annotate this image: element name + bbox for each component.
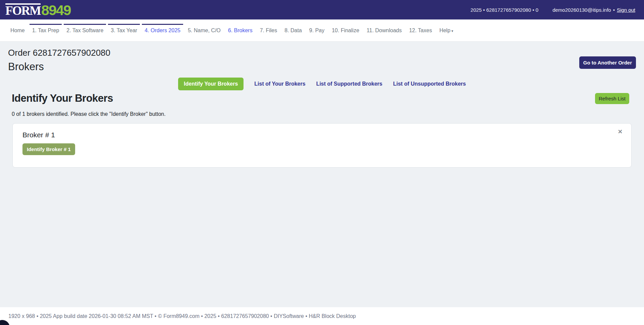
nav-item-orders[interactable]: 4. Orders 2025 <box>142 27 183 34</box>
logo-form-text: FORM <box>5 3 41 16</box>
logo-8949-text: 8949 <box>41 4 71 16</box>
top-header-bar: FORM 8949 2025 • 6281727657902080 • 0 de… <box>0 0 644 19</box>
session-info: 2025 • 6281727657902080 • 0 <box>471 7 538 13</box>
sign-out-link[interactable]: Sign out <box>617 7 635 13</box>
broker-card: Broker # 1 Identify Broker # 1 ✕ <box>12 123 632 168</box>
broker-tabs: Identify Your Brokers List of Your Broke… <box>0 78 644 90</box>
chevron-down-icon: ▾ <box>451 29 453 33</box>
nav-item-name-co[interactable]: 5. Name, C/O <box>185 27 223 34</box>
footer-build-info: 644 x 325 • 2025 App build date 2026-01… <box>8 313 356 319</box>
page-title: Brokers <box>8 61 636 73</box>
tab-list-of-unsupported-brokers[interactable]: List of Unsupported Brokers <box>393 81 466 87</box>
user-block: demo20260130@itips.info • Sign out <box>552 7 635 13</box>
order-title: Order 6281727657902080 <box>8 48 636 58</box>
nav-item-home[interactable]: Home <box>8 27 28 34</box>
go-to-another-order-button[interactable]: Go to Another Order <box>579 56 636 69</box>
nav-item-taxes[interactable]: 12. Taxes <box>407 27 435 34</box>
user-separator: • <box>613 7 615 13</box>
nav-item-tax-year[interactable]: 3. Tax Year <box>108 27 140 34</box>
footer: 644 x 325 • 2025 App build date 2026-01… <box>0 307 644 325</box>
close-icon[interactable]: ✕ <box>618 129 623 135</box>
identify-brokers-section: Identify Your Brokers Refresh List 0 of … <box>0 90 644 168</box>
help-label: Help <box>439 28 450 33</box>
section-title: Identify Your Brokers <box>12 92 113 104</box>
nav-item-pay[interactable]: 9. Pay <box>307 27 327 34</box>
nav-item-finalize[interactable]: 10. Finalize <box>329 27 362 34</box>
section-head: Identify Your Brokers Refresh List <box>12 92 632 104</box>
tab-list-of-supported-brokers[interactable]: List of Supported Brokers <box>316 81 382 87</box>
refresh-list-button[interactable]: Refresh List <box>595 93 629 104</box>
nav-item-files[interactable]: 7. Files <box>257 27 280 34</box>
nav-item-tax-prep[interactable]: 1. Tax Prep <box>30 27 62 34</box>
tab-list-of-your-brokers[interactable]: List of Your Brokers <box>254 81 305 87</box>
topbar-right: 2025 • 6281727657902080 • 0 demo20260130… <box>471 7 635 13</box>
tab-identify-your-brokers[interactable]: Identify Your Brokers <box>178 78 244 90</box>
nav-item-help-dropdown[interactable]: Help▾ <box>437 27 456 34</box>
nav-item-downloads[interactable]: 11. Downloads <box>364 27 405 34</box>
user-email: demo20260130@itips.info <box>552 7 611 13</box>
nav-item-data[interactable]: 8. Data <box>282 27 305 34</box>
identify-broker-button[interactable]: Identify Broker # 1 <box>22 143 75 155</box>
nav-item-brokers[interactable]: 6. Brokers <box>225 27 255 34</box>
broker-card-title: Broker # 1 <box>22 131 622 139</box>
main-content: Order 6281727657902080 Brokers Go to Ano… <box>0 42 644 307</box>
page-header: Order 6281727657902080 Brokers Go to Ano… <box>0 48 644 73</box>
form8949-logo[interactable]: FORM 8949 <box>5 3 71 16</box>
broker-status-text: 0 of 1 brokers identified. Please click … <box>12 111 632 117</box>
main-navbar: Home 1. Tax Prep 2. Tax Software 3. Tax … <box>0 19 644 42</box>
nav-item-tax-software[interactable]: 2. Tax Software <box>64 27 106 34</box>
